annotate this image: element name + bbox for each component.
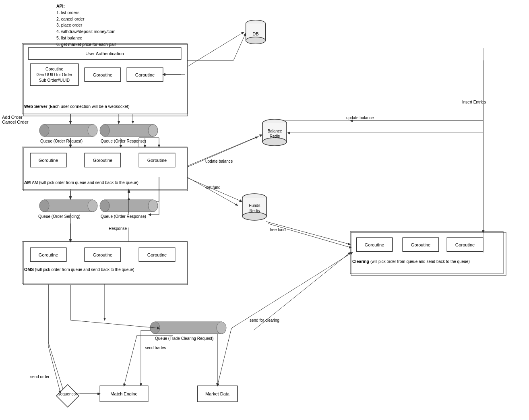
update-balance-right-label: update balance — [346, 116, 374, 120]
oms-goroutine3-label: Goroutine — [147, 252, 167, 257]
svg-line-48 — [266, 221, 350, 244]
svg-rect-62 — [105, 124, 153, 137]
svg-rect-68 — [105, 200, 153, 212]
svg-line-104 — [124, 335, 137, 386]
clearing-label: Clearing (will pick order from queue and… — [352, 259, 470, 264]
oms-goroutine1-label: Goroutine — [39, 252, 58, 257]
svg-point-75 — [262, 138, 287, 146]
queue-order-request-label: Queue (Order Request) — [40, 139, 83, 143]
match-engine-label: Match Engine — [110, 391, 137, 396]
market-data-label: Market Data — [205, 391, 229, 396]
funds-redis-cylinder: FundsRedis — [242, 193, 268, 223]
queue-trade-clearing-label: Queue (Trade Clearing Request) — [155, 336, 213, 341]
clearing-goroutine1-label: Goroutine — [365, 242, 384, 247]
queue-order-response-top: Queue (Order Response) — [99, 123, 161, 139]
queue-order-response-bottom-label: Queue (Order Response) — [101, 214, 146, 219]
svg-line-99 — [70, 320, 159, 328]
oms-goroutine2-label: Goroutine — [93, 252, 112, 257]
user-auth-box: User Authentication — [28, 48, 181, 60]
api-item-4: 4. withdraw/deposit money/coin — [56, 29, 116, 34]
clearing-goroutine3-box: Goroutine — [447, 238, 483, 252]
am-goroutine3-box: Goroutine — [139, 153, 175, 167]
match-engine-box: Match Engine — [100, 386, 148, 402]
oms-goroutine3-box: Goroutine — [139, 248, 175, 262]
sequencor-label: sequencor — [56, 392, 80, 396]
queue-order-sending-label: Queue (Order Sending) — [38, 214, 81, 219]
goroutine1-box: Goroutine — [85, 68, 121, 82]
oms-label: OMS (will pick order from queue and send… — [24, 267, 134, 272]
api-title: API: — [56, 4, 65, 8]
queue-trade-clearing: Queue (Trade Clearing Request) — [149, 320, 229, 336]
am-goroutine2-box: Goroutine — [85, 153, 121, 167]
svg-point-67 — [39, 200, 49, 212]
svg-point-64 — [100, 124, 110, 137]
svg-rect-65 — [44, 200, 93, 212]
am-goroutine3-label: Goroutine — [147, 158, 167, 163]
svg-line-47 — [187, 177, 238, 205]
goroutine-uuid-label: GoroutineGen UUID for OrderSub Order#UUI… — [37, 66, 72, 83]
svg-point-60 — [88, 124, 97, 137]
api-item-1: 1. list orders — [56, 10, 79, 15]
svg-line-107 — [188, 32, 244, 66]
queue-order-request: Queue (Order Request) — [38, 123, 101, 139]
web-server-label: Web Server (Each user connection will be… — [24, 104, 130, 109]
api-item-2: 2. cancel order — [56, 17, 84, 21]
goroutine-uuid-box: GoroutineGen UUID for OrderSub Order#UUI… — [30, 64, 79, 86]
goroutine1-label: Goroutine — [93, 72, 112, 77]
svg-rect-59 — [44, 124, 93, 137]
oms-goroutine2-box: Goroutine — [85, 248, 121, 262]
db-cylinder: DB — [244, 19, 268, 48]
response-label: Response — [109, 226, 127, 231]
api-item-6: 6. get market price for each pair — [56, 42, 116, 47]
market-data-box: Market Data — [197, 386, 238, 402]
svg-line-113 — [268, 223, 351, 248]
queue-order-response-bottom: Queue (Order Response) — [99, 198, 161, 214]
svg-rect-81 — [155, 322, 221, 334]
svg-point-66 — [88, 200, 97, 212]
db-label: DB — [244, 31, 268, 36]
api-item-3: 3. place order — [56, 23, 82, 27]
goroutine2-box: Goroutine — [127, 68, 163, 82]
svg-point-69 — [148, 200, 158, 212]
funds-redis-label: FundsRedis — [242, 203, 268, 213]
svg-point-63 — [148, 124, 158, 137]
svg-line-105 — [217, 328, 231, 386]
svg-line-112 — [188, 178, 242, 201]
svg-point-70 — [100, 200, 110, 212]
am-goroutine2-label: Goroutine — [93, 158, 112, 163]
goroutine2-label: Goroutine — [135, 72, 155, 77]
am-goroutine1-label: Goroutine — [39, 158, 58, 163]
oms-goroutine1-box: Goroutine — [30, 248, 66, 262]
clearing-goroutine3-label: Goroutine — [455, 242, 475, 247]
clearing-goroutine2-label: Goroutine — [411, 242, 430, 247]
svg-point-61 — [39, 124, 49, 137]
free-fund-label: free fund — [270, 228, 285, 232]
am-goroutine1-box: Goroutine — [30, 153, 66, 167]
clearing-goroutine1-box: Goroutine — [356, 238, 393, 252]
am-label-text: AM (will pick order from queue and send … — [32, 180, 138, 185]
add-order-label: Add Order Cancel Order — [2, 115, 28, 124]
sequencor-diamond: sequencor — [56, 384, 80, 409]
diagram-container: API: 1. list orders 2. cancel order 3. p… — [0, 0, 529, 420]
insert-entries-label: Insert Entries — [462, 100, 486, 104]
queue-order-sending: Queue (Order Sending) — [38, 198, 101, 214]
add-order-cancel-text: Add Order Cancel Order — [2, 115, 28, 124]
user-auth-label: User Authentication — [85, 51, 124, 56]
svg-point-58 — [246, 37, 266, 44]
set-fund-label: set fund — [206, 185, 221, 190]
am-label: AM AM (will pick order from queue and se… — [24, 180, 138, 185]
svg-point-80 — [242, 212, 267, 220]
api-block: API: 1. list orders 2. cancel order 3. p… — [56, 3, 116, 48]
send-for-clearing-label: send for clearing — [250, 318, 279, 323]
svg-line-106 — [231, 252, 352, 328]
clearing-goroutine2-box: Goroutine — [403, 238, 439, 252]
queue-order-response-top-label: Queue (Order Response) — [101, 139, 146, 143]
send-trades-label: send trades — [145, 346, 166, 350]
balance-redis-label: BalanceRedis — [262, 128, 288, 139]
update-balance-left-label: update balance — [205, 159, 233, 163]
api-item-5: 5. list balance — [56, 35, 82, 40]
balance-redis-cylinder: BalanceRedis — [262, 119, 288, 149]
svg-point-83 — [150, 322, 160, 334]
send-order-label: send order — [30, 374, 50, 379]
svg-point-82 — [217, 322, 226, 334]
